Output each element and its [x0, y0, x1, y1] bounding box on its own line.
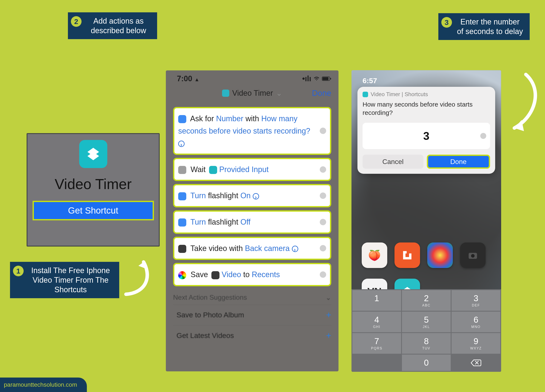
seconds-input[interactable]: 3 — [363, 123, 490, 149]
status-bar: 7:00 ▲ •ılı — [166, 70, 339, 84]
flashlight-icon — [178, 192, 186, 200]
done-link[interactable]: Done — [312, 89, 331, 98]
remove-icon[interactable] — [320, 128, 326, 134]
remove-icon[interactable] — [320, 219, 326, 225]
panel-shortcut-editor: 7:00 ▲ •ılı Video Timer ⌄ Done Ask for N… — [166, 70, 339, 371]
action-ask-for-input[interactable]: Ask for Number with How many seconds bef… — [173, 107, 331, 155]
expand-icon[interactable] — [178, 141, 185, 147]
svg-rect-1 — [322, 77, 328, 80]
key-blank — [352, 355, 401, 371]
ask-icon — [178, 115, 186, 123]
expand-icon[interactable] — [292, 246, 298, 252]
step-number-1: 1 — [13, 266, 24, 276]
suggestion-save-photo-album[interactable]: Save to Photo Album + — [173, 305, 331, 325]
cancel-button[interactable]: Cancel — [363, 155, 423, 169]
callout-step-2: 2 Add actions as described below — [68, 12, 157, 39]
video-token-icon — [211, 271, 219, 279]
expand-icon[interactable] — [253, 193, 259, 199]
numeric-keypad: 1 2ABC 3DEF 4GHI 5JKL 6MNO 7PQRS 8TUV 9W… — [352, 289, 501, 372]
status-time: 6:57 — [363, 77, 377, 85]
shortcut-title: Video Timer — [55, 176, 132, 192]
shortcut-icon — [363, 92, 368, 97]
action-take-video[interactable]: Take video with Back camera — [173, 237, 331, 260]
suggestions-header: Next Action Suggestions⌄ — [173, 294, 331, 302]
editor-header: Video Timer ⌄ Done — [166, 84, 339, 104]
svg-rect-2 — [330, 78, 331, 79]
input-token-icon — [209, 166, 217, 174]
prompt-text: How many seconds before video starts rec… — [363, 100, 490, 117]
chevron-down-icon[interactable]: ⌄ — [276, 89, 282, 98]
remove-icon[interactable] — [320, 271, 326, 278]
photos-icon — [178, 271, 186, 279]
key-3[interactable]: 3DEF — [452, 290, 500, 311]
key-2[interactable]: 2ABC — [402, 290, 451, 311]
callout-step-3: 3 Enter the number of seconds to delay — [438, 13, 530, 40]
step-number-2: 2 — [71, 16, 81, 27]
plus-icon[interactable]: + — [326, 331, 331, 341]
done-button[interactable]: Done — [427, 155, 490, 169]
key-1[interactable]: 1 — [352, 290, 401, 311]
shortcut-icon — [222, 90, 229, 97]
seconds-value: 3 — [423, 130, 429, 142]
prompt-sheet: Video Timer | Shortcuts How many seconds… — [357, 87, 495, 174]
key-8[interactable]: 8TUV — [402, 333, 451, 354]
action-flashlight-on[interactable]: Turn flashlight On — [173, 184, 331, 207]
remove-icon[interactable] — [320, 245, 326, 251]
arrow-step1 — [115, 254, 161, 299]
clear-icon[interactable] — [480, 133, 486, 139]
arrow-step3 — [507, 70, 545, 136]
key-7[interactable]: 7PQRS — [352, 333, 401, 354]
remove-icon[interactable] — [320, 193, 326, 199]
action-save-video[interactable]: Save Video to Recents — [173, 263, 331, 286]
action-wait[interactable]: Wait Provided Input — [173, 158, 331, 181]
status-time: 7:00 ▲ — [177, 74, 199, 83]
remove-icon[interactable] — [320, 166, 326, 173]
svg-point-4 — [471, 254, 475, 258]
app-icon-1[interactable]: 🍑 — [362, 242, 387, 268]
camera-icon — [178, 245, 186, 253]
callout-step-1: 1 Install The Free Iphone Video Timer Fr… — [10, 262, 119, 298]
flashlight-icon — [178, 218, 186, 227]
step-text-1: Install The Free Iphone Video Timer From… — [28, 266, 113, 294]
get-shortcut-button[interactable]: Get Shortcut — [33, 201, 154, 220]
sheet-title: Video Timer | Shortcuts — [363, 91, 490, 98]
shortcuts-app-icon — [79, 140, 107, 168]
header-title: Video Timer — [232, 89, 273, 98]
key-5[interactable]: 5JKL — [402, 312, 451, 332]
action-flashlight-off[interactable]: Turn flashlight Off — [173, 210, 331, 234]
app-icon-2[interactable] — [395, 242, 420, 268]
panel-prompt-seconds: 6:57 Video Timer | Shortcuts How many se… — [352, 70, 501, 372]
key-0[interactable]: 0 — [402, 355, 451, 371]
signal-icon: •ılı — [302, 74, 311, 83]
app-icon-3[interactable] — [427, 242, 453, 268]
app-icon-camera[interactable] — [460, 242, 486, 268]
wait-icon — [178, 166, 186, 174]
key-4[interactable]: 4GHI — [352, 312, 401, 332]
wifi-icon — [313, 76, 320, 82]
key-9[interactable]: 9WXYZ — [452, 333, 500, 354]
status-icons: •ılı — [302, 74, 331, 83]
source-tag: paramounttechsolution.com — [0, 378, 87, 392]
step-text-3: Enter the number of seconds to delay — [456, 17, 524, 36]
step-number-3: 3 — [441, 17, 452, 28]
key-6[interactable]: 6MNO — [452, 312, 500, 332]
suggestion-get-latest-videos[interactable]: Get Latest Videos + — [173, 325, 331, 346]
chevron-down-icon[interactable]: ⌄ — [326, 294, 331, 302]
plus-icon[interactable]: + — [326, 310, 331, 320]
key-backspace[interactable] — [452, 355, 500, 371]
panel-get-shortcut: Video Timer Get Shortcut — [27, 133, 160, 247]
step-text-2: Add actions as described below — [86, 16, 151, 35]
battery-icon — [322, 76, 331, 81]
app-row-1: 🍑 — [362, 242, 486, 268]
